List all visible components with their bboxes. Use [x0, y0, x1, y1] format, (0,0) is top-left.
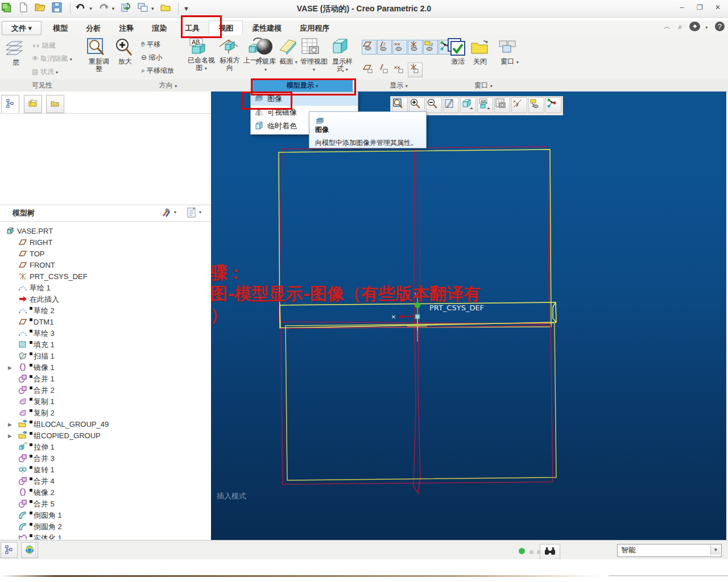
manage-views-button[interactable]: 管理视图 ▾: [300, 38, 328, 73]
plane-display-toggle[interactable]: [362, 40, 377, 55]
learning-center-icon[interactable]: ✦: [689, 22, 700, 31]
regenerate-icon[interactable]: [120, 2, 134, 15]
redo-icon[interactable]: [98, 2, 111, 15]
open-file-icon[interactable]: [34, 2, 48, 15]
sections-button[interactable]: 截面 ▾: [278, 38, 299, 66]
tree-item[interactable]: ▶组COPIED_GROUP: [18, 430, 101, 442]
tree-item[interactable]: 倒圆角 2: [18, 521, 62, 533]
search-icon[interactable]: ⌕: [678, 22, 682, 31]
window-switch-icon[interactable]: [137, 2, 151, 15]
tree-item[interactable]: 草绘 2: [18, 305, 55, 317]
tree-item[interactable]: 合并 4: [18, 476, 55, 487]
help-icon[interactable]: ?: [715, 22, 725, 31]
tree-item[interactable]: 草绘 1: [18, 282, 51, 294]
visibility-group-label[interactable]: 可见性: [0, 80, 84, 92]
display-style-button[interactable]: [460, 97, 476, 113]
tree-item[interactable]: 旋转 1: [18, 464, 55, 476]
tree-item[interactable]: 在此插入: [18, 294, 59, 305]
save-file-icon[interactable]: [51, 2, 65, 15]
tree-item[interactable]: xzPRT_CSYS_DEF: [18, 271, 88, 282]
minimize-button[interactable]: –: [674, 2, 690, 14]
zoom-in-button[interactable]: 放大: [114, 38, 136, 65]
csys-display-toggle[interactable]: [408, 40, 423, 55]
tree-item[interactable]: DTM1: [18, 317, 53, 328]
tab-2[interactable]: 分析: [77, 21, 110, 35]
menu-item-image-stack[interactable]: 图像: [251, 92, 358, 106]
selection-filter-select[interactable]: 智能 ▼: [617, 544, 722, 557]
csys-tag-display-toggle[interactable]: [408, 63, 423, 77]
datum-display-off-button[interactable]: ×,✗: [511, 97, 527, 113]
close-window-button[interactable]: 关闭: [470, 38, 490, 65]
tree-item[interactable]: RIGHT: [18, 237, 52, 248]
refit-button[interactable]: [392, 97, 408, 113]
redo-dropdown-arrow[interactable]: ▾: [112, 0, 118, 17]
expand-arrow-icon[interactable]: ▶: [8, 430, 12, 442]
zoom-in-button[interactable]: [409, 97, 425, 113]
tree-item[interactable]: ▶镜像 1: [18, 362, 55, 373]
learning-dropdown-arrow[interactable]: ▾: [705, 25, 708, 30]
activate-button[interactable]: 激活: [447, 38, 469, 65]
tab-8[interactable]: 应用程序: [291, 21, 338, 35]
point-tag-display-toggle[interactable]: ××: [392, 63, 407, 77]
tree-item[interactable]: 实体化 1: [18, 533, 62, 539]
axis-display-toggle[interactable]: [377, 40, 392, 55]
windows-button[interactable]: 窗口 ▾: [498, 40, 521, 66]
view-manager-button[interactable]: [494, 97, 510, 113]
point-display-toggle[interactable]: ××: [392, 40, 407, 55]
expand-arrow-icon[interactable]: ▶: [8, 362, 12, 373]
close-button[interactable]: ✕: [710, 2, 726, 14]
tree-item[interactable]: VASE.PRT: [6, 226, 53, 237]
customize-toolbar-arrow[interactable]: ▼: [183, 0, 189, 17]
undo-dropdown-arrow[interactable]: ▾: [89, 0, 95, 17]
tree-settings-icon[interactable]: [186, 207, 197, 218]
zoom-out-button[interactable]: [426, 97, 442, 113]
standard-orientation-button[interactable]: 标准方向: [217, 38, 242, 72]
tree-tools-dropdown-arrow[interactable]: ▾: [174, 210, 176, 215]
pan-zoom-button[interactable]: ⌕ 平移缩放: [141, 66, 174, 76]
repaint-button[interactable]: [443, 97, 459, 113]
zoom-out-button[interactable]: ⊖ 缩小: [141, 53, 162, 63]
selection-filter-arrow[interactable]: ▼: [710, 545, 721, 555]
folder-browser-tab[interactable]: [24, 95, 42, 113]
tab-4[interactable]: 渲染: [143, 21, 176, 35]
favorites-tab[interactable]: [46, 95, 64, 113]
refit-button[interactable]: 重新调整: [86, 38, 111, 73]
axis-tag-display-toggle[interactable]: [377, 63, 392, 77]
unhide-button[interactable]: 👁︎ 取消隐藏 ▾: [32, 54, 72, 64]
tree-item[interactable]: 倒圆角 1: [18, 510, 62, 521]
tree-item[interactable]: 合并 3: [18, 453, 55, 464]
model-display-group-label[interactable]: 模型显示 ▾: [252, 80, 353, 92]
expand-arrow-icon[interactable]: ▶: [8, 419, 12, 430]
tree-item[interactable]: 合并 2: [18, 385, 55, 396]
tree-tools-icon[interactable]: [161, 207, 172, 218]
display-style-button[interactable]: 显示样式 ▾: [330, 38, 355, 73]
undo-icon[interactable]: [75, 2, 89, 15]
orientation-group-label[interactable]: 方向 ▾: [84, 80, 252, 92]
show-group-label[interactable]: 显示 ▾: [353, 80, 445, 92]
spin-center-button[interactable]: [545, 97, 561, 113]
tree-item[interactable]: 复制 1: [18, 396, 55, 408]
find-button[interactable]: [540, 544, 560, 560]
pan-button[interactable]: ✋︎ 平移: [141, 40, 160, 49]
tree-item[interactable]: 扫描 1: [18, 351, 55, 362]
tab-file[interactable]: 文件 ▾: [2, 21, 42, 35]
annotation-display-toggle[interactable]: Z: [423, 40, 438, 55]
tree-item[interactable]: FRONT: [18, 260, 55, 271]
appearance-gallery-button[interactable]: 外观库 ▾: [255, 38, 276, 73]
collapse-ribbon-icon[interactable]: ︿: [664, 22, 671, 31]
graphics-area[interactable]: y × PRT_CSYS_DEF 步骤： 视图-模型显示-图像（有些版本翻译有 …: [211, 92, 726, 540]
saved-orientations-button[interactable]: AB: [477, 97, 493, 113]
tree-item[interactable]: 填充 1: [18, 339, 55, 351]
tree-item[interactable]: 镜像 2: [18, 487, 55, 498]
tree-item[interactable]: 合并 5: [18, 498, 55, 510]
tab-1[interactable]: 模型: [44, 21, 77, 35]
tree-item[interactable]: 合并 1: [18, 373, 55, 385]
annotation-display-button[interactable]: Z: [528, 97, 544, 113]
tab-5[interactable]: 工具: [176, 21, 209, 35]
tree-item[interactable]: 拉伸 1: [18, 442, 55, 453]
hide-button[interactable]: ◖◗ 隐藏: [32, 41, 56, 51]
tree-item[interactable]: TOP: [18, 248, 45, 260]
close-window-icon[interactable]: [160, 2, 173, 15]
tree-item[interactable]: 草绘 3: [18, 328, 55, 339]
model-tree-toggle-button[interactable]: [1, 542, 18, 558]
